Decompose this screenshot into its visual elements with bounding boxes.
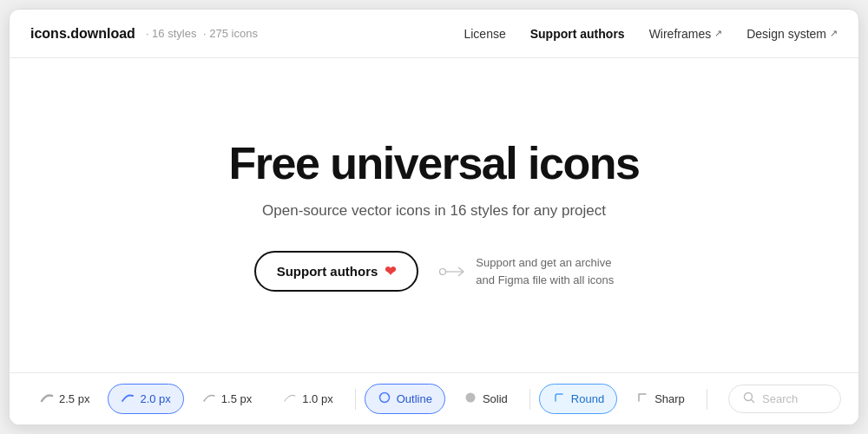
header: icons.download · 16 styles · 275 icons L… [10, 10, 858, 58]
stroke-2.5-icon [40, 391, 54, 407]
style-solid[interactable]: Solid [450, 384, 521, 414]
browser-window: icons.download · 16 styles · 275 icons L… [9, 9, 859, 425]
sharp-icon [635, 391, 649, 407]
svg-point-0 [440, 268, 446, 274]
stroke-2.5-label: 2.5 px [59, 392, 89, 405]
stroke-2.0-icon [121, 391, 135, 407]
divider-2 [529, 389, 530, 410]
header-nav: License Support authors Wireframes ↗ Des… [464, 27, 838, 41]
stroke-1.0-icon [283, 391, 297, 407]
styles-count: · 16 styles [146, 27, 197, 40]
style-outline[interactable]: Outline [365, 384, 445, 414]
stroke-1.5-label: 1.5 px [221, 392, 252, 405]
solid-icon [464, 391, 477, 407]
stroke-1.0px[interactable]: 1.0 px [270, 384, 345, 414]
bottom-toolbar: 2.5 px 2.0 px 1.5 px [10, 372, 858, 424]
stroke-1.5-icon [202, 391, 216, 407]
sharp-label: Sharp [654, 392, 685, 405]
round-icon [552, 391, 566, 407]
cta-text: Support and get an archive and Figma fil… [476, 254, 614, 288]
outline-label: Outline [397, 392, 432, 405]
stroke-2.5px[interactable]: 2.5 px [27, 384, 102, 414]
svg-point-3 [465, 393, 475, 403]
hero-title: Free universal icons [229, 139, 640, 188]
divider-1 [355, 389, 356, 410]
stroke-1.5px[interactable]: 1.5 px [189, 384, 265, 414]
outline-icon [378, 391, 391, 407]
logo[interactable]: icons.download [30, 26, 135, 42]
heart-icon: ❤ [385, 263, 396, 279]
icons-count: · 275 icons [203, 27, 258, 40]
svg-line-5 [752, 400, 754, 403]
nav-wireframes[interactable]: Wireframes ↗ [649, 27, 723, 41]
main-content: Free universal icons Open-source vector … [10, 58, 858, 372]
solid-label: Solid [483, 392, 508, 405]
header-meta: · 16 styles · 275 icons [144, 27, 260, 40]
cta-line2: and Figma file with all icons [476, 272, 614, 289]
search-input[interactable]: Search [728, 385, 841, 413]
stroke-1.0-label: 1.0 px [302, 392, 332, 405]
hero-subtitle: Open-source vector icons in 16 styles fo… [262, 202, 606, 220]
search-icon [743, 391, 755, 406]
external-link-icon-2: ↗ [830, 28, 838, 39]
divider-3 [707, 389, 707, 410]
corner-round[interactable]: Round [539, 384, 617, 414]
nav-license[interactable]: License [464, 27, 505, 41]
cta-row: Support authors ❤ Support and get an arc… [254, 251, 615, 292]
external-link-icon: ↗ [714, 28, 722, 39]
header-left: icons.download · 16 styles · 275 icons [30, 26, 260, 42]
svg-point-2 [379, 393, 389, 403]
support-authors-button[interactable]: Support authors ❤ [254, 251, 419, 292]
stroke-2.0-label: 2.0 px [140, 392, 170, 405]
round-label: Round [571, 392, 604, 405]
cta-description: Support and get an archive and Figma fil… [439, 254, 614, 288]
corner-sharp[interactable]: Sharp [622, 384, 698, 414]
arrow-connector [439, 263, 467, 280]
nav-support-authors[interactable]: Support authors [530, 27, 625, 41]
nav-design-system[interactable]: Design system ↗ [746, 27, 838, 41]
search-placeholder: Search [762, 392, 798, 405]
stroke-2.0px[interactable]: 2.0 px [108, 384, 183, 414]
cta-line1: Support and get an archive [476, 254, 614, 272]
support-btn-label: Support authors [277, 264, 378, 279]
